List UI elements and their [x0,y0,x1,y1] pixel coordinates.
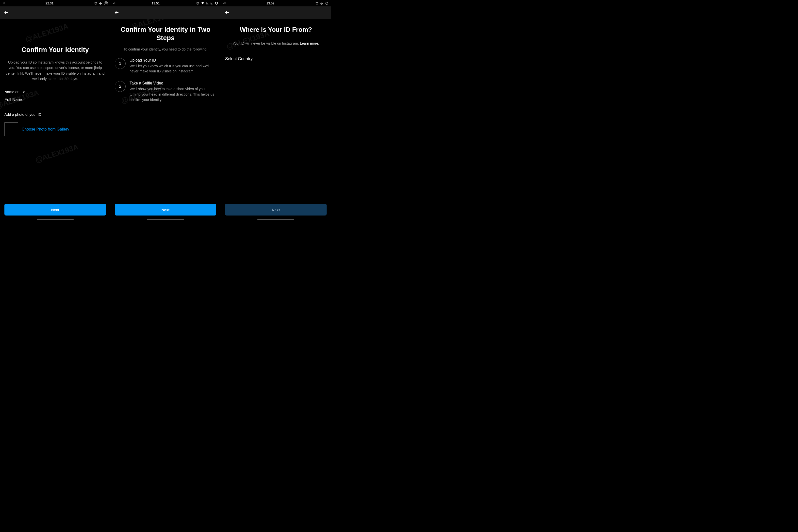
step-title: Upload Your ID [130,58,216,62]
next-button[interactable]: Next [225,204,327,215]
wifi-icon [201,1,205,5]
next-button[interactable]: Next [115,204,216,215]
page-subtext: Your ID will never be visible on Instagr… [225,41,327,46]
status-time: 22:31 [5,1,94,5]
alarm-icon [196,1,200,5]
svg-point-2 [215,2,217,4]
status-bar: zᶻᶻ 13:51 [110,0,221,6]
nav-handle [147,219,184,220]
step-title: Take a Selfie Video [130,81,216,86]
sleep-icon: zᶻᶻ [2,2,5,5]
status-bar: zᶻᶻ 13:52 [221,0,331,6]
select-country-label: Select Country [225,56,253,61]
back-button[interactable] [113,9,120,16]
circle-icon [325,1,328,5]
learn-more-link[interactable]: Learn more. [300,41,319,45]
back-button[interactable] [224,9,230,16]
app-bar [110,6,221,19]
airplane-icon [320,1,324,5]
photo-thumbnail-box[interactable] [4,122,18,136]
step-item: 2 Take a Selfie Video We'll show you how… [115,81,216,102]
alarm-icon [94,1,97,5]
name-label: Name on ID: [4,90,106,94]
photo-label: Add a photo of your ID [4,112,106,116]
steps-intro: To confirm your identity, you need to do… [115,47,216,51]
svg-point-4 [326,2,328,4]
step-item: 1 Upload Your ID We'll let you know whic… [115,58,216,74]
nav-handle [258,219,294,220]
signal-icon [206,2,209,5]
airplane-icon [99,1,102,5]
step-desc: We'll show you how to take a short video… [130,87,216,102]
screen-where-id-from: zᶻᶻ 13:52 @ALEX193A Where is Your ID Fro… [221,0,331,221]
circle-icon [215,1,218,5]
battery-icon: 62 [104,1,108,5]
sleep-icon: zᶻᶻ [223,2,226,5]
step-desc: We'll let you know which IDs you can use… [130,63,216,74]
watermark: @ALEX193A [24,22,70,43]
page-title: Confirm Your Identity in Two Steps [115,25,216,42]
status-time: 13:52 [226,1,315,5]
page-title: Where is Your ID From? [225,25,327,34]
status-bar: zᶻᶻ 22:31 62 [0,0,110,6]
status-time: 13:51 [115,1,196,5]
next-button[interactable]: Next [4,204,106,215]
sleep-icon: zᶻᶻ [113,2,115,5]
page-subtext: Upload your ID so Instagram knows this a… [4,60,106,82]
back-button[interactable] [3,9,10,16]
screen-two-steps: zᶻᶻ 13:51 @ALEX193A @ALEX193A [110,0,221,221]
app-bar [221,6,331,19]
step-number: 1 [115,58,126,69]
step-number: 2 [115,81,126,92]
full-name-input[interactable] [4,94,106,105]
app-bar [0,6,110,19]
subtext-text: Your ID will never be visible on Instagr… [232,41,300,45]
screen-confirm-identity: zᶻᶻ 22:31 62 @ALEX193A @ALEX193A @ALEX19… [0,0,110,221]
watermark: @ALEX193A [34,142,79,164]
alarm-icon [315,1,319,5]
choose-photo-link[interactable]: Choose Photo from Gallery [22,127,69,132]
select-country-row[interactable]: Select Country [225,53,327,65]
nav-handle [37,219,74,220]
page-title: Confirm Your Identity [4,46,106,54]
signal-icon-2 [210,2,213,5]
